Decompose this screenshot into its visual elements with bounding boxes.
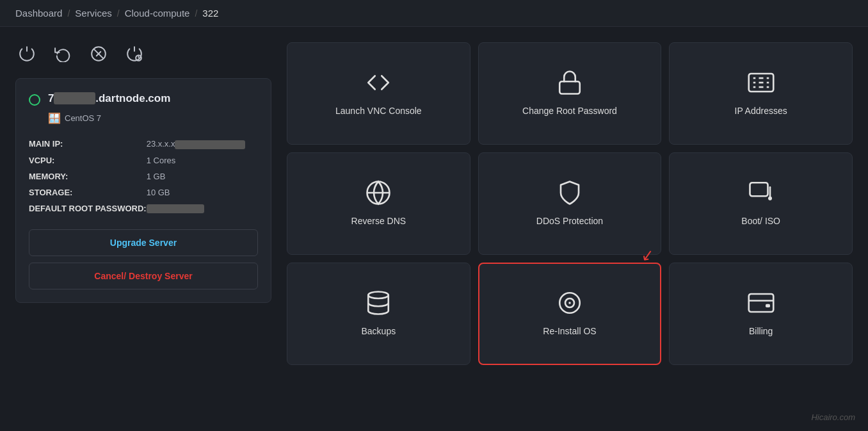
lock-svg: [556, 69, 583, 96]
launch-vnc-label: Launch VNC Console: [335, 105, 422, 118]
ip-addresses-label: IP Addresses: [735, 105, 787, 118]
password-blurred: [147, 204, 204, 213]
breadcrumb-id: 322: [202, 8, 218, 19]
breadcrumb-sep-3: /: [195, 8, 197, 19]
breadcrumb-services[interactable]: Services: [75, 8, 112, 19]
vcpu-value: 1 Cores: [147, 152, 258, 168]
breadcrumb-sep-2: /: [117, 8, 120, 19]
power-settings-button[interactable]: [123, 42, 146, 65]
power-button[interactable]: [15, 42, 38, 65]
watermark: Hicairo.com: [811, 412, 855, 422]
reinstall-svg: [556, 289, 583, 316]
server-card: 7 .dartnode.com 🪟 CentOS 7 MAIN IP: 23.x…: [15, 78, 271, 303]
change-root-card[interactable]: Change Root Password: [478, 42, 662, 145]
launch-vnc-card[interactable]: Launch VNC Console: [287, 42, 470, 145]
code-icon: [365, 69, 392, 96]
server-os-row: 🪟 CentOS 7: [29, 112, 258, 124]
svg-rect-4: [559, 81, 580, 94]
os-label: CentOS 7: [65, 113, 101, 123]
ddos-protection-card[interactable]: DDoS Protection: [478, 152, 662, 255]
main-ip-label: MAIN IP:: [29, 136, 147, 152]
power-settings-icon: [126, 45, 143, 62]
network-icon: [748, 69, 775, 96]
reverse-dns-label: Reverse DNS: [351, 215, 406, 228]
main-content: 7 .dartnode.com 🪟 CentOS 7 MAIN IP: 23.x…: [0, 27, 868, 380]
monitor-icon: [748, 179, 775, 206]
change-root-label: Change Root Password: [522, 105, 617, 118]
breadcrumb-dashboard[interactable]: Dashboard: [15, 8, 62, 19]
breadcrumb-cloud-compute[interactable]: Cloud-compute: [125, 8, 190, 19]
hostname-blurred: [54, 92, 95, 104]
boot-iso-label: Boot/ ISO: [741, 215, 780, 228]
vcpu-row: VCPU: 1 Cores: [29, 152, 258, 168]
refresh-button[interactable]: [51, 42, 74, 65]
storage-row: STORAGE: 10 GB: [29, 184, 258, 200]
reinstall-os-card[interactable]: Re-Install OS: [478, 263, 662, 365]
ddos-protection-label: DDoS Protection: [536, 215, 603, 228]
boot-iso-card[interactable]: Boot/ ISO: [669, 152, 853, 255]
lock-icon: [556, 69, 583, 96]
toolbar: [15, 42, 271, 65]
console-toggle-button[interactable]: [87, 42, 110, 65]
database-svg: [365, 289, 392, 316]
svg-rect-17: [750, 183, 768, 196]
memory-row: MEMORY: 1 GB: [29, 168, 258, 184]
console-off-icon: [90, 45, 107, 62]
svg-point-19: [369, 292, 389, 299]
backups-card[interactable]: Backups: [287, 263, 470, 365]
os-icon: 🪟: [48, 112, 61, 124]
memory-label: MEMORY:: [29, 168, 147, 184]
monitor-svg: [748, 179, 775, 206]
power-icon: [19, 45, 35, 62]
billing-label: Billing: [749, 325, 773, 338]
vnc-icon: [365, 69, 392, 96]
destroy-server-button[interactable]: Cancel/ Destroy Server: [29, 263, 258, 289]
vcpu-label: VCPU:: [29, 152, 147, 168]
hostname-suffix: .dartnode.com: [95, 92, 170, 104]
refresh-icon: [54, 45, 71, 62]
left-panel: 7 .dartnode.com 🪟 CentOS 7 MAIN IP: 23.x…: [15, 42, 271, 365]
globe-svg: [365, 179, 392, 206]
status-indicator: [29, 94, 40, 106]
reinstall-os-label: Re-Install OS: [543, 325, 596, 338]
reverse-dns-card[interactable]: Reverse DNS: [287, 152, 470, 255]
server-details: MAIN IP: 23.x.x.x VCPU: 1 Cores MEMORY: …: [29, 136, 258, 216]
root-password-row: DEFAULT ROOT PASSWORD:: [29, 200, 258, 217]
server-hostname: 7 .dartnode.com: [48, 92, 258, 106]
svg-point-22: [568, 302, 571, 304]
upgrade-server-button[interactable]: Upgrade Server: [29, 229, 258, 256]
ip-addresses-card[interactable]: IP Addresses: [669, 42, 853, 145]
main-ip-value: 23.x.x.x: [147, 136, 258, 152]
breadcrumb-sep-1: /: [67, 8, 70, 19]
billing-card[interactable]: Billing: [669, 263, 853, 365]
service-grid: Launch VNC Console Change Root Password: [287, 42, 853, 365]
network-svg: [748, 69, 775, 96]
svg-rect-25: [766, 304, 770, 307]
svg-rect-23: [748, 294, 773, 312]
globe-icon: [365, 179, 392, 206]
server-status-row: 7 .dartnode.com: [29, 92, 258, 106]
storage-label: STORAGE:: [29, 184, 147, 200]
shield-icon: [556, 179, 583, 206]
storage-value: 10 GB: [147, 184, 258, 200]
breadcrumb: Dashboard / Services / Cloud-compute / 3…: [0, 0, 868, 27]
wallet-icon: [748, 289, 775, 316]
database-icon: [365, 289, 392, 316]
main-ip-row: MAIN IP: 23.x.x.x: [29, 136, 258, 152]
wallet-svg: [748, 289, 775, 316]
root-password-value: [147, 200, 258, 217]
memory-value: 1 GB: [147, 168, 258, 184]
shield-svg: [556, 179, 583, 206]
backups-label: Backups: [361, 325, 396, 338]
svg-point-18: [769, 197, 771, 200]
root-password-label: DEFAULT ROOT PASSWORD:: [29, 200, 147, 217]
ip-blurred: [175, 140, 245, 149]
reinstall-icon: [556, 289, 583, 316]
